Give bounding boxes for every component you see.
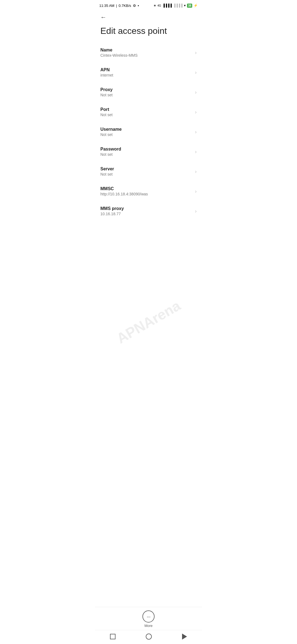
settings-item[interactable]: UsernameNot set›: [95, 122, 202, 142]
settings-item-content: MMS proxy10.16.18.77: [100, 206, 193, 216]
settings-item-label: APN: [100, 67, 193, 72]
settings-item-label: Server: [100, 167, 193, 171]
settings-item-content: MMSChttp://10.16.18.4:38090/was: [100, 186, 193, 196]
signal-4g-icon: 4G: [158, 4, 161, 7]
bluetooth-icon: ∗: [153, 4, 156, 7]
settings-item-content: UsernameNot set: [100, 127, 193, 137]
back-arrow-icon: ←: [100, 14, 106, 20]
settings-item[interactable]: ProxyNot set›: [95, 82, 202, 102]
settings-item[interactable]: MMS proxy10.16.18.77›: [95, 201, 202, 221]
settings-item[interactable]: PortNot set›: [95, 102, 202, 122]
signal-bars-icon: ▐▐▐▐: [163, 4, 172, 7]
settings-content: NameCintex-Wireless-MMS›APNinternet›Prox…: [95, 43, 202, 260]
chevron-right-icon: ›: [195, 70, 197, 75]
settings-item-apn[interactable]: APNinternet›: [95, 62, 202, 82]
settings-item-password[interactable]: PasswordNot set›: [95, 142, 202, 162]
settings-icon: ⚙: [133, 4, 136, 8]
settings-item[interactable]: NameCintex-Wireless-MMS›: [95, 43, 202, 62]
settings-item-content: ServerNot set: [100, 167, 193, 176]
chevron-right-icon: ›: [195, 169, 197, 174]
settings-item-value: Not set: [100, 113, 193, 117]
settings-item-content: PasswordNot set: [100, 147, 193, 157]
settings-item-port[interactable]: PortNot set›: [95, 102, 202, 122]
settings-item-label: Password: [100, 147, 193, 152]
settings-item-mmsc[interactable]: MMSChttp://10.16.18.4:38090/was›: [95, 181, 202, 201]
settings-item-proxy[interactable]: ProxyNot set›: [95, 82, 202, 102]
settings-item-value: Not set: [100, 93, 193, 97]
settings-item-label: MMS proxy: [100, 206, 193, 211]
page-title: Edit access point: [95, 24, 202, 43]
chevron-right-icon: ›: [195, 50, 197, 56]
settings-item-name[interactable]: NameCintex-Wireless-MMS›: [95, 43, 202, 62]
back-button[interactable]: ←: [99, 13, 108, 21]
status-left: 11:35 AM | 0.7KB/s ⚙ ▪: [99, 4, 139, 8]
settings-item-label: Name: [100, 48, 193, 53]
wifi-icon: ▾: [184, 4, 186, 7]
chevron-right-icon: ›: [195, 189, 197, 194]
settings-item-label: Port: [100, 107, 193, 112]
settings-item-content: PortNot set: [100, 107, 193, 117]
settings-item-value: internet: [100, 73, 193, 77]
chevron-right-icon: ›: [195, 149, 197, 155]
settings-item-value: Cintex-Wireless-MMS: [100, 53, 193, 58]
settings-item[interactable]: MMSChttp://10.16.18.4:38090/was›: [95, 181, 202, 201]
network-speed: |: [116, 4, 117, 8]
settings-item-username[interactable]: UsernameNot set›: [95, 122, 202, 142]
settings-item-label: Username: [100, 127, 193, 132]
settings-list: NameCintex-Wireless-MMS›APNinternet›Prox…: [95, 43, 202, 221]
settings-item-value: 10.16.18.77: [100, 212, 193, 216]
settings-item[interactable]: ServerNot set›: [95, 162, 202, 181]
settings-item[interactable]: APNinternet›: [95, 62, 202, 82]
settings-item-content: ProxyNot set: [100, 87, 193, 97]
network-speed-value: 0.7KB/s: [119, 4, 131, 8]
status-bar: 11:35 AM | 0.7KB/s ⚙ ▪ ∗ 4G ▐▐▐▐ ▐▐▐▐ ▾ …: [95, 0, 202, 10]
time-display: 11:35 AM: [99, 4, 114, 8]
charging-icon: ⚡: [194, 4, 198, 7]
chevron-right-icon: ›: [195, 109, 197, 115]
chevron-right-icon: ›: [195, 208, 197, 214]
settings-item-value: http://10.16.18.4:38090/was: [100, 192, 193, 196]
settings-item-label: Proxy: [100, 87, 193, 92]
settings-item-value: Not set: [100, 172, 193, 176]
settings-item-server[interactable]: ServerNot set›: [95, 162, 202, 181]
chevron-right-icon: ›: [195, 129, 197, 135]
settings-item-value: Not set: [100, 132, 193, 137]
status-right: ∗ 4G ▐▐▐▐ ▐▐▐▐ ▾ 38 ⚡: [153, 4, 198, 8]
settings-item-value: Not set: [100, 152, 193, 157]
battery-icon: 38: [187, 4, 192, 8]
camera-icon: ▪: [138, 4, 139, 8]
signal-bars2-icon: ▐▐▐▐: [173, 4, 183, 7]
settings-item[interactable]: PasswordNot set›: [95, 142, 202, 162]
settings-item-mms-proxy[interactable]: MMS proxy10.16.18.77›: [95, 201, 202, 221]
settings-item-label: MMSC: [100, 186, 193, 191]
toolbar: ←: [95, 10, 202, 24]
settings-item-content: APNinternet: [100, 67, 193, 77]
settings-item-content: NameCintex-Wireless-MMS: [100, 48, 193, 58]
chevron-right-icon: ›: [195, 89, 197, 95]
